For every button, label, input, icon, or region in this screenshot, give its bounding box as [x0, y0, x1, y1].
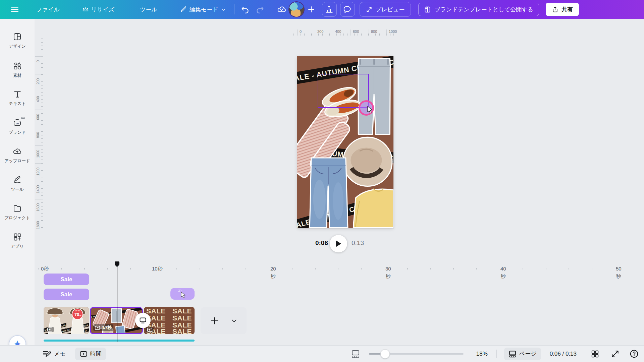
playhead-line[interactable] [117, 267, 117, 342]
timeline-label-0s: 0秒 [39, 265, 50, 273]
crown-badge-icon [21, 116, 25, 120]
clip-duration-label: 4.7秒 [102, 325, 112, 330]
menu-file[interactable]: ファイル [32, 3, 64, 16]
preview-label: プレビュー [376, 6, 405, 13]
apps-icon [13, 232, 22, 241]
chevron-down-icon [221, 7, 226, 12]
pencil-icon [180, 6, 187, 13]
timeline-label-50s: 50 秒 [614, 265, 623, 280]
time-view-button[interactable]: 時間 [75, 348, 106, 360]
notes-button[interactable]: メモ [42, 349, 66, 358]
timeline-label-40s: 40 秒 [499, 265, 508, 280]
transition-button[interactable] [135, 313, 151, 328]
zoom-level[interactable]: 18% [476, 351, 488, 357]
sidebar-item-tools[interactable]: ツール [0, 175, 35, 202]
undo-button[interactable] [238, 2, 253, 17]
ruler-left-0: 0 [36, 60, 40, 62]
timeline-element-sale-2[interactable]: Sale [44, 289, 89, 300]
upload-cloud-icon [13, 147, 22, 156]
play-icon [335, 240, 342, 247]
undo-icon [241, 5, 250, 14]
sidebar-item-uploads[interactable]: アップロード [0, 147, 35, 174]
sidebar-item-label: デザイン [9, 44, 26, 49]
blue-jeans[interactable] [310, 158, 348, 228]
share-button[interactable]: 共有 [546, 3, 579, 16]
toolbar-divider [234, 4, 234, 14]
menu-resize[interactable]: リサイズ [78, 3, 119, 16]
zoom-slider[interactable] [369, 353, 464, 355]
page-view-icon [508, 350, 517, 358]
ruler-left-1000: 1000 [36, 150, 40, 158]
help-icon[interactable] [630, 349, 639, 358]
ruler-left-200: 200 [36, 78, 40, 84]
timeline-element-magic-click[interactable] [170, 288, 195, 300]
video-play-icon [79, 350, 88, 358]
menu-file-label: ファイル [36, 6, 60, 13]
hamburger-menu-button[interactable] [7, 2, 22, 17]
preview-button[interactable]: プレビュー [360, 2, 411, 17]
sidebar-item-apps[interactable]: アプリ [0, 232, 35, 259]
redo-button[interactable] [253, 2, 267, 17]
clip-duration-badge: 4.7秒 [93, 324, 113, 331]
timeline-label-30s: 30 秒 [384, 265, 393, 280]
sidebar-item-design[interactable]: デザイン [0, 32, 35, 59]
edit-mode-dropdown[interactable]: 編集モード [175, 3, 231, 16]
play-button[interactable] [330, 235, 347, 252]
timeline-label-10s: 10秒 [150, 265, 164, 273]
avatar[interactable] [289, 2, 304, 17]
hamburger-icon [10, 5, 19, 14]
fullscreen-icon[interactable] [611, 350, 620, 358]
timeline-label-20s: 20 秒 [269, 265, 278, 280]
sidebar-item-label: ブランド [9, 130, 26, 135]
plus-icon [210, 316, 219, 325]
left-sidebar: デザイン 素材 テキスト co ブランド アップロード ツール プロジェクト ア… [0, 19, 35, 362]
time-display: 0:06 / 0:13 [550, 351, 577, 357]
timeline-scrollbar[interactable] [44, 340, 195, 342]
svg-text:70: 70 [74, 312, 79, 317]
toolbar-divider [271, 4, 271, 14]
ruler-top-ticks [293, 34, 395, 36]
menu-tools[interactable]: ツール [135, 3, 162, 16]
grid-view-icon[interactable] [591, 350, 599, 358]
insights-button[interactable] [322, 2, 337, 17]
yellow-sweater[interactable] [353, 189, 393, 228]
ruler-left-600: 600 [36, 114, 40, 120]
playhead-handle[interactable] [114, 261, 120, 268]
add-page-button[interactable] [201, 307, 247, 334]
edit-mode-label: 編集モード [190, 6, 218, 13]
svg-text:%: % [79, 314, 82, 317]
ruler-top-400: 400 [335, 29, 341, 34]
sidebar-item-text[interactable]: テキスト [0, 90, 35, 117]
ruler-left-800: 800 [36, 132, 40, 138]
plus-icon [307, 5, 315, 13]
clip-play-badge [146, 327, 154, 333]
publish-brand-template-button[interactable]: ブランドテンプレートとして公開する [418, 3, 539, 16]
ruler-left-400: 400 [36, 96, 40, 102]
playback-current-time: 0:06 [305, 239, 328, 247]
fedora-hat[interactable] [343, 137, 392, 186]
add-member-button[interactable] [304, 2, 319, 17]
timeline-toggle-icon[interactable] [351, 349, 360, 359]
ruler-top-1000: 1000 [389, 29, 397, 34]
chevron-down-icon[interactable] [231, 317, 237, 324]
text-icon [13, 90, 22, 99]
statusbar-divider [496, 350, 497, 358]
video-play-icon [47, 327, 52, 331]
sidebar-item-brand[interactable]: co ブランド [0, 118, 35, 145]
page-view-button[interactable]: ページ [504, 348, 541, 360]
brand-kit-icon: co [13, 118, 22, 127]
timeline-clip-1[interactable]: NCE SALE - AUTUMN CLEA NCE SALE - AUTUMN… [44, 307, 89, 334]
sidebar-item-label: 素材 [13, 73, 21, 78]
timeline-clip-3[interactable]: SALESALE SALESALE SALESALE SALESALE [144, 307, 195, 334]
sidebar-item-label: ツール [11, 187, 23, 192]
draw-pen-icon [13, 175, 22, 184]
comments-button[interactable] [340, 2, 355, 17]
zoom-slider-knob[interactable] [380, 349, 390, 359]
sale-pill-label: Sale [61, 276, 72, 283]
cloud-save-status[interactable] [274, 2, 289, 17]
timeline-element-sale-1[interactable]: Sale [44, 274, 89, 285]
shapes-icon [13, 61, 22, 70]
sidebar-item-projects[interactable]: プロジェクト [0, 204, 35, 231]
sidebar-item-elements[interactable]: 素材 [0, 61, 35, 88]
svg-text:co: co [16, 122, 19, 125]
